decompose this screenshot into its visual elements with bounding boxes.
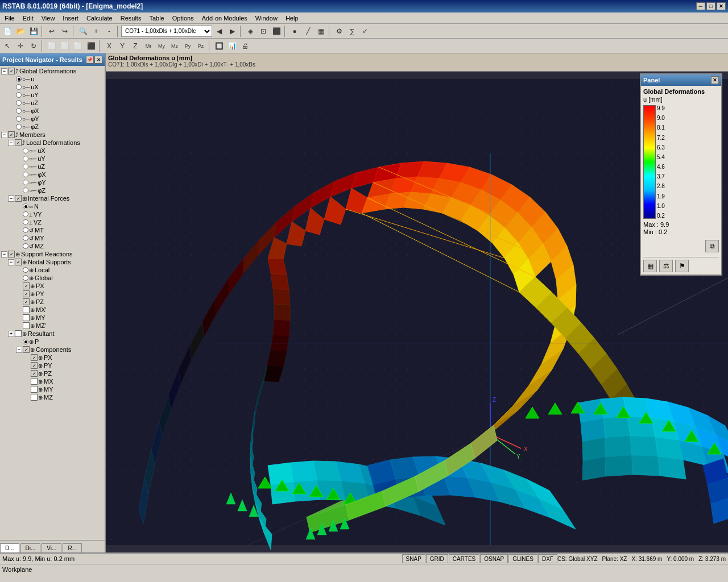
axis-y-icon[interactable]: Y [116,40,129,52]
tree-item-local-deformations[interactable]: − ✓ ⤴ Local Deformations [0,139,105,147]
snap-button-cartes[interactable]: CARTES [449,554,479,563]
restore-button[interactable]: □ [706,2,715,10]
tree-item-pz[interactable]: ✓ ⊕ PZ [0,298,105,306]
snap-button-dxf[interactable]: DXF [538,554,557,563]
checkbox-px[interactable]: ✓ [23,282,30,289]
expand-local-deformations[interactable]: − [8,140,14,146]
radio-Vy[interactable] [23,211,28,217]
tree-item-resultant[interactable]: + ⊕ Resultant [0,330,105,338]
tree-item-components[interactable]: − ✓ ⊕ Components [0,346,105,354]
menu-results[interactable]: Results [117,14,145,23]
checkbox-py2[interactable]: ✓ [31,362,38,369]
menu-insert[interactable]: Insert [59,14,82,23]
tree-item-members[interactable]: − ✓ ⤴ Members [0,131,105,139]
tree-item-phiz[interactable]: ○─ φZ [0,123,105,131]
tree-item-phix2[interactable]: ○─ φX [0,171,105,178]
tree-item-mx2[interactable]: ⊕ MX [0,377,105,385]
tree-item-global-deformations[interactable]: − ✓ ⤴ Global Deformations [0,67,105,75]
radio-global[interactable] [23,275,28,281]
view-side-icon[interactable]: ⬜ [59,40,71,52]
radio-uz2[interactable] [23,164,28,169]
checkbox-mx[interactable] [23,306,30,313]
tree-item-Vz[interactable]: ⟂ VZ [0,218,105,226]
checkbox-members[interactable]: ✓ [8,131,15,138]
menu-addon[interactable]: Add-on Modules [198,14,251,23]
minimize-button[interactable]: ─ [696,2,705,10]
checkbox-my2[interactable] [31,386,38,393]
surface-icon[interactable]: ▦ [315,25,327,38]
panel-flag-icon[interactable]: ⚑ [675,260,689,272]
radio-phiz2[interactable] [23,188,28,193]
tree-item-internal-forces[interactable]: − ✓ ⊞ Internal Forces [0,194,105,202]
menu-table[interactable]: Table [146,14,167,23]
pz-icon[interactable]: Pz [195,40,207,52]
checkbox-mz-sr[interactable] [23,322,30,329]
render-icon[interactable]: ◈ [244,25,257,38]
tree-item-my2[interactable]: ⊕ MY [0,385,105,393]
tree-item-uz2[interactable]: ○─ uZ [0,163,105,171]
checkbox-py[interactable]: ✓ [23,290,30,297]
tree-item-MT[interactable]: ↺ MT [0,226,105,234]
tree-item-pz2[interactable]: ✓ ⊕ PZ [0,369,105,377]
tree-item-py2[interactable]: ✓ ⊕ PY [0,361,105,369]
menu-edit[interactable]: Edit [19,14,37,23]
panel-close-button[interactable]: ✕ [711,76,719,84]
select-icon[interactable]: ↖ [1,40,14,52]
tree-item-ux2[interactable]: ○─ uX [0,147,105,155]
checkbox-components[interactable]: ✓ [23,346,30,353]
print-icon[interactable]: 🖨 [239,40,251,52]
checkbox-my-sr[interactable] [23,314,30,321]
radio-My[interactable] [23,235,28,241]
radio-uz[interactable] [16,100,22,106]
new-icon[interactable]: 📄 [1,25,14,38]
checkbox-global-deformations[interactable]: ✓ [8,68,15,74]
undo-icon[interactable]: ↩ [46,25,58,38]
tree-item-mz2[interactable]: ⊕ MZ [0,393,105,401]
center-viewport[interactable]: Global Deformations u [mm] CO71: 1,00xDl… [106,53,728,552]
checkbox-internal-forces[interactable]: ✓ [15,195,22,202]
tree-item-Mz[interactable]: ↺ MZ [0,242,105,250]
rotate-icon[interactable]: ↻ [27,40,40,52]
result-icon[interactable]: 📊 [226,40,238,52]
expand-components[interactable]: − [16,347,22,353]
tree-item-uy[interactable]: ○─ uY [0,91,105,99]
tree-item-global[interactable]: ⊕ Global [0,274,105,282]
tree-item-uy2[interactable]: ○─ uY [0,155,105,163]
tree-item-mz-sr[interactable]: ⊕ MZ' [0,322,105,330]
calc-icon[interactable]: ∑ [346,25,358,38]
next-icon[interactable]: ▶ [226,25,238,38]
shade-icon[interactable]: ⬛ [270,25,283,38]
expand-internal-forces[interactable]: − [8,196,14,202]
checkbox-resultant[interactable] [15,330,22,337]
mt-icon[interactable]: Mr [142,40,155,52]
tree-item-u[interactable]: ○─ u [0,75,105,83]
tree-item-My[interactable]: ↺ MY [0,234,105,242]
radio-MT[interactable] [23,227,28,233]
expand-support-reactions[interactable]: − [1,251,7,257]
menu-file[interactable]: File [1,14,18,23]
tree-item-phiy2[interactable]: ○─ φY [0,178,105,186]
snap-button-snap[interactable]: SNAP [402,554,425,563]
save-icon[interactable]: 💾 [27,25,40,38]
mesh-canvas[interactable]: X Y Z [106,72,728,552]
radio-uy2[interactable] [23,156,28,161]
tree-item-py[interactable]: ✓ ⊕ PY [0,290,105,298]
tree-item-my-sr[interactable]: ⊕ MY [0,314,105,322]
tree-item-ux[interactable]: ○─ uX [0,83,105,91]
snap-button-osnap[interactable]: OSNAP [480,554,508,563]
nav-pin-button[interactable]: 📌 [86,56,94,64]
view-top-icon[interactable]: ⬜ [72,40,84,52]
nav-tab-r[interactable]: R... [63,543,82,552]
tree-item-phix[interactable]: ○─ φX [0,107,105,115]
snap-button-glines[interactable]: GLINES [508,554,537,563]
tree-item-nodal-supports[interactable]: − ✓ ⊕ Nodal Supports [0,258,105,266]
node-icon[interactable]: ● [288,25,301,38]
radio-phix2[interactable] [23,172,28,177]
member-icon[interactable]: ╱ [301,25,314,38]
py-icon[interactable]: Py [181,40,194,52]
menu-options[interactable]: Options [169,14,197,23]
tree-item-px[interactable]: ✓ ⊕ PX [0,282,105,290]
checkbox-nodal-supports[interactable]: ✓ [15,259,22,265]
radio-N[interactable] [23,203,28,209]
checkbox-mx2[interactable] [31,378,38,385]
